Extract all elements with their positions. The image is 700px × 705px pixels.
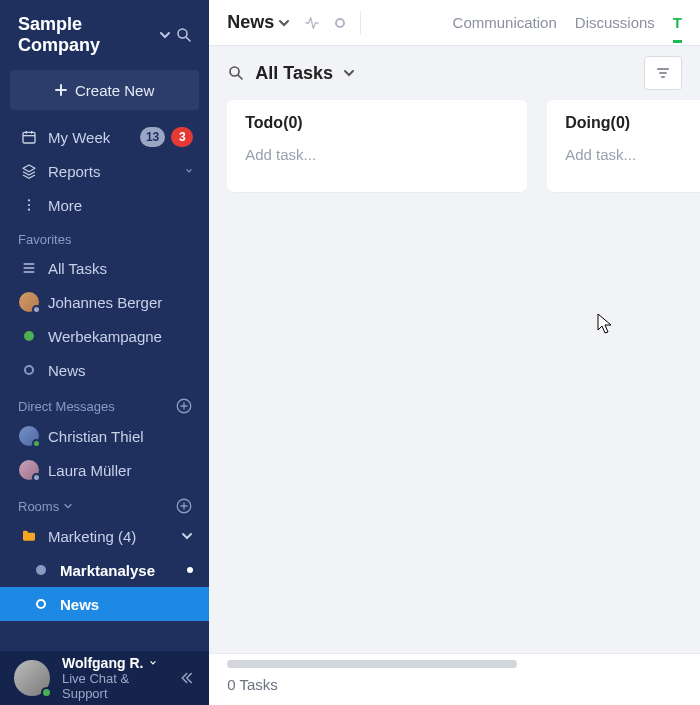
sidebar-item-label: Johannes Berger xyxy=(48,294,162,311)
column-todo: Todo(0) Add task... xyxy=(227,100,527,192)
search-icon xyxy=(227,64,245,82)
add-task-input[interactable]: Add task... xyxy=(565,146,700,163)
avatar xyxy=(18,460,40,480)
add-dm-button[interactable] xyxy=(175,397,193,415)
circle-outline-icon[interactable] xyxy=(334,17,346,29)
sidebar-item-label: Laura Müller xyxy=(48,462,131,479)
avatar xyxy=(18,426,40,446)
section-label: Favorites xyxy=(18,232,71,247)
tab-communication[interactable]: Communication xyxy=(453,2,557,43)
sidebar-scroll: My Week 13 3 Reports More Favorites xyxy=(0,120,209,651)
calendar-icon xyxy=(18,129,40,145)
kanban-board: Todo(0) Add task... Doing(0) Add task... xyxy=(209,100,700,653)
avatar xyxy=(14,660,50,696)
sidebar-item-reports[interactable]: Reports xyxy=(0,154,209,188)
avatar xyxy=(18,292,40,312)
dm-christian[interactable]: Christian Thiel xyxy=(0,419,209,453)
room-marktanalyse[interactable]: Marktanalyse xyxy=(0,553,209,587)
section-favorites: Favorites xyxy=(0,222,209,251)
column-title: Todo(0) xyxy=(245,114,509,132)
chevron-down-icon xyxy=(343,67,355,79)
sidebar-footer[interactable]: Wolfgang R. Live Chat & Support xyxy=(0,651,209,705)
chevron-down-icon xyxy=(278,17,290,29)
sidebar-item-more[interactable]: More xyxy=(0,188,209,222)
task-count: 0 Tasks xyxy=(227,676,278,693)
sidebar-item-label: My Week xyxy=(48,129,110,146)
svg-point-8 xyxy=(28,209,30,211)
svg-point-15 xyxy=(230,67,239,76)
room-news[interactable]: News xyxy=(0,587,209,621)
sidebar-item-label: Christian Thiel xyxy=(48,428,144,445)
filter-icon xyxy=(655,65,671,81)
svg-point-7 xyxy=(28,204,30,206)
badge-red: 3 xyxy=(171,127,193,147)
svg-point-6 xyxy=(28,199,30,201)
footer-text: Wolfgang R. Live Chat & Support xyxy=(62,655,165,701)
chevron-down-icon[interactable] xyxy=(155,24,174,46)
section-label: Rooms xyxy=(18,499,59,514)
sidebar-item-label: News xyxy=(48,362,86,379)
favorite-user-johannes[interactable]: Johannes Berger xyxy=(0,285,209,319)
more-vertical-icon xyxy=(18,197,40,213)
svg-line-1 xyxy=(186,37,190,41)
svg-point-0 xyxy=(178,29,187,38)
dm-laura[interactable]: Laura Müller xyxy=(0,453,209,487)
badge-gray: 13 xyxy=(140,127,165,147)
favorite-project-werbekampagne[interactable]: Werbekampagne xyxy=(0,319,209,353)
main: News Communication Discussions T All Tas… xyxy=(209,0,700,705)
layers-icon xyxy=(18,163,40,179)
sidebar-item-label: Reports xyxy=(48,163,101,180)
user-name: Wolfgang R. xyxy=(62,655,143,671)
list-icon xyxy=(18,260,40,276)
create-new-label: Create New xyxy=(75,82,154,99)
filter-button[interactable] xyxy=(644,56,682,90)
caret-down-icon xyxy=(149,659,157,667)
company-name[interactable]: Sample Company xyxy=(18,14,149,56)
project-dot-icon xyxy=(18,331,40,341)
task-view-label: All Tasks xyxy=(255,63,333,84)
add-room-button[interactable] xyxy=(175,497,193,515)
sidebar-header: Sample Company xyxy=(0,0,209,68)
favorite-all-tasks[interactable]: All Tasks xyxy=(0,251,209,285)
folder-icon xyxy=(18,528,40,544)
sidebar-item-label: All Tasks xyxy=(48,260,107,277)
toolbar: All Tasks xyxy=(209,46,700,100)
main-footer: 0 Tasks xyxy=(209,653,700,705)
sidebar-item-label: More xyxy=(48,197,82,214)
create-new-button[interactable]: Create New xyxy=(10,70,199,110)
sidebar-item-label: News xyxy=(60,596,99,613)
unread-dot-icon xyxy=(187,567,193,573)
chevron-down-icon xyxy=(63,501,73,511)
dot-icon xyxy=(30,565,52,575)
sidebar-item-myweek[interactable]: My Week 13 3 xyxy=(0,120,209,154)
divider xyxy=(360,11,361,35)
page-title-text: News xyxy=(227,12,274,33)
circle-outline-icon xyxy=(18,365,40,375)
circle-outline-icon xyxy=(30,599,52,609)
search-icon[interactable] xyxy=(174,24,193,46)
sidebar: Sample Company Create New My Week 13 3 xyxy=(0,0,209,705)
sidebar-item-label: Werbekampagne xyxy=(48,328,162,345)
svg-rect-2 xyxy=(23,132,35,143)
plus-icon xyxy=(55,84,67,96)
tab-bar: Communication Discussions T xyxy=(453,2,682,43)
section-direct-messages: Direct Messages xyxy=(0,387,209,419)
footer-subtitle: Live Chat & Support xyxy=(62,671,165,701)
tab-tasks[interactable]: T xyxy=(673,2,682,43)
sidebar-item-label: Marktanalyse xyxy=(60,562,155,579)
add-task-input[interactable]: Add task... xyxy=(245,146,509,163)
activity-icon[interactable] xyxy=(304,15,320,31)
task-view-selector[interactable]: All Tasks xyxy=(227,63,355,84)
collapse-sidebar-button[interactable] xyxy=(177,669,195,687)
horizontal-scrollbar[interactable] xyxy=(227,660,517,668)
tab-discussions[interactable]: Discussions xyxy=(575,2,655,43)
section-rooms[interactable]: Rooms xyxy=(0,487,209,519)
chevron-down-icon[interactable] xyxy=(181,530,193,542)
svg-line-16 xyxy=(238,75,242,79)
room-group-marketing[interactable]: Marketing (4) xyxy=(0,519,209,553)
page-title[interactable]: News xyxy=(227,12,290,33)
favorite-news[interactable]: News xyxy=(0,353,209,387)
caret-down-icon[interactable] xyxy=(185,167,193,175)
column-doing: Doing(0) Add task... xyxy=(547,100,700,192)
main-header: News Communication Discussions T xyxy=(209,0,700,46)
